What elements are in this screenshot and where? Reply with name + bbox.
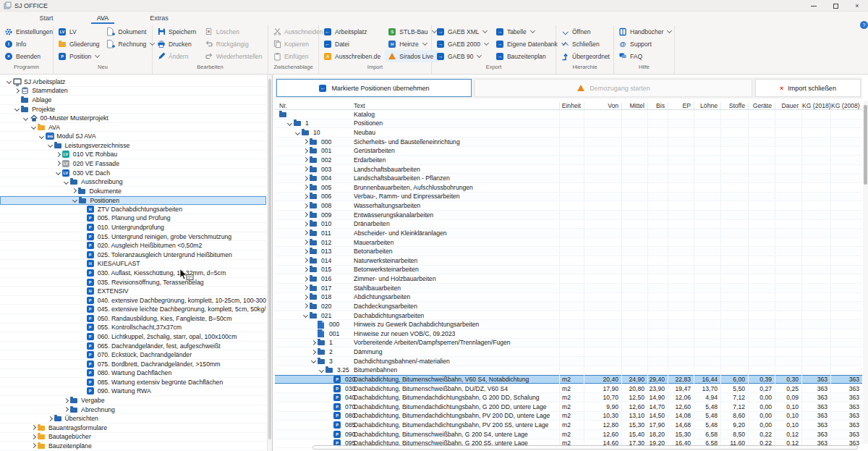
expand-chevron[interactable] (302, 156, 309, 163)
column-header-loehne[interactable]: Löhne (694, 102, 720, 109)
apply-marked-positions-button[interactable]: ← Markierte Positionen übernehmen (276, 79, 472, 97)
expand-chevron[interactable] (302, 239, 309, 245)
expand-chevron[interactable] (302, 276, 309, 282)
expand-chevron[interactable] (55, 169, 61, 176)
expand-chevron[interactable] (14, 106, 20, 112)
table-row-090[interactable]: P090Dachabdichtung, Bitumenschweißbahn, … (275, 430, 862, 439)
table-row-014[interactable]: 014Naturwerksteinarbeiten (275, 256, 862, 266)
ribbon-stlb-bau[interactable]: SSTLB-Bau (385, 25, 438, 38)
table-row-040[interactable]: P040Dachabdichtung, Bitumendachdichtungs… (275, 393, 862, 402)
tree-item-015-untergrund-reinigen-grobe-verschmutz[interactable]: P015. Untergrund reinigen, grobe Verschm… (0, 232, 266, 242)
table-row-001[interactable]: 001Gerüstarbeiten (275, 147, 862, 156)
column-header-stoffe[interactable]: Stoffe (720, 102, 748, 109)
ribbon-datei[interactable]: ←Datei (320, 38, 383, 50)
maximize-button[interactable] (825, 0, 846, 12)
column-header-nr[interactable]: Nr. Text (275, 101, 559, 110)
table-row-000[interactable]: 000Sicherheits- und Baustelleneinrichtun… (275, 138, 862, 147)
ribbon-sirados-live[interactable]: Sirados Live (385, 50, 438, 62)
ribbon-lv[interactable]: LVLV (55, 25, 103, 38)
tree-item-010-ve-rohbau[interactable]: LV010 VE Rohbau (0, 151, 266, 160)
tree-item-035-revisionsoeffnung-terassenbelag[interactable]: P035. Revisionsöffnung, Terassenbelag (0, 278, 266, 287)
tree-item-005-planung-und-pruefung[interactable]: P005. Planung und Prüfung (0, 214, 266, 224)
tree-item-ztv-dachabdichtungsarbeiten[interactable]: HZTV Dachabdichtungsarbeiten (0, 205, 266, 214)
ribbon-rechnung[interactable]: Rechnung (104, 38, 158, 50)
tab-ava[interactable]: AVA (75, 12, 131, 24)
expand-chevron[interactable] (302, 148, 309, 154)
table-row-005[interactable]: 005Brunnenbauarbeiten, Aufschlussbohrung… (275, 183, 862, 193)
ribbon-dokument[interactable]: Dokument (104, 25, 158, 38)
expand-chevron[interactable] (302, 284, 309, 291)
tree-item-stammdaten[interactable]: Stammdaten (0, 87, 266, 96)
ribbon-faq[interactable]: FAQ (616, 50, 674, 62)
table-row-080[interactable]: P080Dachabdichtung, Bitumendachdichtungs… (275, 412, 862, 421)
column-header-bis[interactable]: Bis (647, 102, 668, 109)
tree-item-projekte[interactable]: Projekte (0, 105, 266, 114)
table-row-006[interactable]: 006Verbau-, Ramm- und Einpressarbeiten (275, 193, 862, 202)
table-horizontal-scrollbar[interactable] (312, 445, 858, 450)
expand-chevron[interactable] (302, 184, 309, 190)
table-scrollbar[interactable] (863, 101, 868, 444)
table-row-013[interactable]: 013Betonarbeiten (275, 247, 862, 256)
expand-chevron[interactable] (302, 294, 309, 300)
ribbon-drucken[interactable]: Drucken (154, 38, 200, 50)
expand-chevron[interactable] (310, 358, 317, 364)
table-row-008[interactable]: 008Wasserhaltungsarbeiten (275, 201, 862, 211)
column-header-geraete[interactable]: Geräte (748, 102, 775, 109)
tree-item-040-extensive-dachbegruenung-komplett-10[interactable]: P040. extensive Dachbegrünung, komplett,… (0, 296, 266, 305)
ribbon-oeffnen[interactable]: Öffnen (558, 25, 613, 38)
expand-chevron[interactable] (30, 434, 37, 440)
expand-chevron[interactable] (310, 340, 317, 346)
expand-chevron[interactable] (72, 197, 78, 203)
tree-item-uebersichten[interactable]: Übersichten (0, 414, 266, 423)
minimize-button[interactable] (803, 0, 825, 12)
tree-item-bautagebuecher[interactable]: Bautagebücher (0, 433, 266, 442)
expand-chevron[interactable] (30, 124, 37, 130)
table-row[interactable]: Katalog (275, 110, 862, 119)
expand-chevron[interactable] (302, 266, 309, 273)
help-icon[interactable]: ? (860, 21, 868, 29)
tree-item-00-muster-musterprojekt[interactable]: 00-Muster Musterprojekt (0, 114, 266, 123)
tree-item-kiesauflast[interactable]: HKIESAUFLAST (0, 260, 266, 269)
tab-start[interactable]: Start (18, 12, 75, 24)
table-row-020[interactable]: P020Dachabdichtung, Bitumenschweißbahn, … (275, 375, 862, 384)
table-row-10[interactable]: 10Neubau (275, 128, 862, 138)
table-row-001[interactable]: 001Hinweise zur neuen VOB/C, 09.2023 (275, 329, 862, 339)
ribbon-beenden[interactable]: ×Beenden (1, 50, 56, 62)
tree-item-vergabe[interactable]: Vergabe (0, 396, 266, 405)
tree-item-075-bordbrett-dachrandgelaender-150mm[interactable]: P075. Bordbrett, Dachrandgeländer, >150m… (0, 360, 266, 369)
ribbon-support[interactable]: @Support (616, 38, 674, 50)
table-row-021[interactable]: 021Dachabdichtungsarbeiten (275, 311, 862, 321)
tree-item-modul-sj-ava[interactable]: avaModul SJ AVA (0, 132, 266, 141)
expand-chevron[interactable] (302, 248, 309, 255)
table-row-020[interactable]: 020Dachdeckungsarbeiten (275, 302, 862, 311)
table-row-010[interactable]: 010Dränarbeiten (275, 220, 862, 229)
ribbon-gaeb-90[interactable]: →GAEB 90 (433, 50, 491, 62)
expand-chevron[interactable] (22, 115, 29, 122)
table-row-009[interactable]: 009Entwässerungskanalarbeiten (275, 211, 862, 220)
table-row-3-25[interactable]: 3.25Bitumenbahnen (275, 366, 862, 376)
expand-chevron[interactable] (302, 312, 309, 319)
tree-item-020-ve-fassade[interactable]: LV020 VE Fassade (0, 159, 266, 169)
ribbon-arbeitsplatz[interactable]: ←Arbeitsplatz (320, 25, 383, 38)
table-row-011[interactable]: 011Abscheider- und Kleinkläranlagen (275, 229, 862, 238)
tree-item-030-ve-dach[interactable]: LV030 VE Dach (0, 169, 266, 178)
tree-item-070-eckstueck-dachrandgelaender[interactable]: P070. Eckstück, Dachrandgeländer (0, 350, 266, 360)
expand-chevron[interactable] (38, 133, 45, 140)
expand-chevron[interactable] (63, 406, 69, 413)
start-demo-access-button[interactable]: Demozugang starten (475, 79, 752, 97)
tree-item-bauantragsformulare[interactable]: Bauantragsformulare (0, 423, 266, 433)
ribbon-speichern[interactable]: Speichern (154, 25, 200, 38)
column-header-mittel[interactable]: Mittel (621, 102, 647, 109)
table-row-1[interactable]: 1Positionen (275, 119, 862, 129)
table-row-003[interactable]: 003Landschaftsbauarbeiten (275, 165, 862, 174)
tree-scrollbar[interactable] (267, 75, 272, 451)
ribbon-uebergeordnet[interactable]: Übergeordnet (558, 50, 613, 62)
table-row-1[interactable]: 1Vorbereitende Arbeiten/Dampfsperren/Tre… (275, 339, 862, 348)
column-header-dauer[interactable]: Dauer (775, 102, 801, 109)
expand-chevron[interactable] (302, 193, 309, 200)
expand-chevron[interactable] (63, 397, 69, 404)
column-header-kg2018[interactable]: KG (2018) (801, 102, 830, 109)
tree-item-025-toleranzausgleich-untergrund-heissbi[interactable]: P025. Toleranzausgleich Untergrund Heißb… (0, 250, 266, 260)
ribbon-heinze[interactable]: HHeinze (385, 38, 438, 50)
tree-item-abrechnung[interactable]: Abrechnung (0, 405, 266, 415)
